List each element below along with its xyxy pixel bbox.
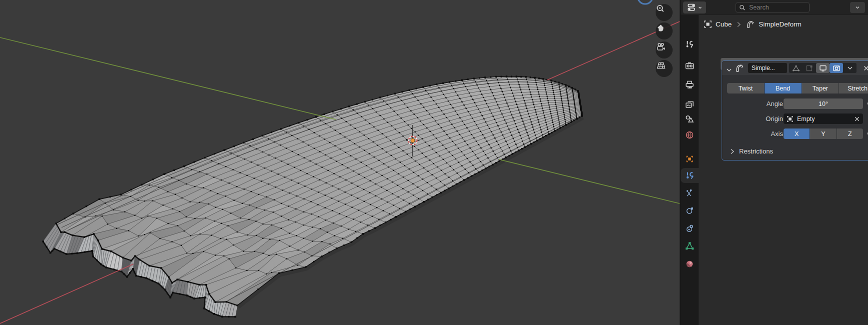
tab-object-data[interactable] [681, 238, 699, 254]
properties-tab-column [681, 15, 699, 325]
search-icon [739, 4, 746, 11]
tab-modifiers[interactable] [681, 168, 699, 183]
pan-button[interactable] [656, 22, 673, 40]
properties-content: Cube SimpleDeform [699, 15, 868, 325]
material-icon [685, 259, 695, 269]
deform-mode-segmented: Twist Bend Taper Stretch [727, 83, 868, 94]
angle-label: Angle [727, 98, 783, 109]
axis-y-button[interactable]: Y [810, 128, 836, 139]
modifiers-icon [685, 170, 695, 180]
origin-label: Origin [727, 114, 783, 124]
magnifier-plus-icon [656, 4, 666, 14]
show-in-viewport-toggle[interactable] [816, 63, 830, 73]
tab-render[interactable] [681, 58, 699, 74]
blender-window: Cube SimpleDeform [0, 0, 868, 325]
vertex-triangle-icon [792, 64, 800, 72]
expand-chevron-icon[interactable] [726, 66, 732, 74]
object-icon [704, 20, 712, 28]
angle-row: Angle 10° [722, 98, 868, 109]
object-origin-dot[interactable] [411, 138, 415, 142]
header-options-button[interactable] [850, 2, 865, 13]
edit-mode-toggle[interactable] [789, 63, 803, 73]
breadcrumb-modifier[interactable]: SimpleDeform [759, 20, 802, 28]
particles-icon [685, 188, 695, 198]
movie-camera-icon [656, 42, 667, 52]
tab-constraints[interactable] [681, 221, 699, 236]
search-field[interactable] [736, 2, 810, 13]
show-in-render-toggle[interactable] [830, 63, 843, 73]
perspective-grid-icon [656, 60, 667, 71]
modifier-icon [735, 64, 745, 74]
tab-view-layer[interactable] [681, 97, 699, 112]
modifier-extras-dropdown[interactable] [843, 63, 857, 73]
cage-icon [806, 64, 813, 72]
chevron-right-icon [730, 148, 735, 154]
breadcrumb-separator-icon [737, 22, 741, 28]
remove-modifier-button[interactable] [861, 63, 868, 73]
tab-scene[interactable] [681, 112, 699, 126]
world-icon [685, 130, 695, 140]
tool-icon [685, 40, 695, 50]
origin-object-name: Empty [797, 116, 815, 122]
simpledeform-modifier-panel: Simple... [722, 60, 868, 160]
properties-editor-icon [687, 3, 697, 12]
viewport-scene [0, 0, 680, 325]
hand-icon [656, 22, 666, 32]
tab-material[interactable] [681, 256, 699, 272]
chevron-down-icon [698, 6, 702, 10]
physics-icon [685, 206, 695, 216]
mode-bend-button[interactable]: Bend [765, 83, 802, 94]
origin-object-field[interactable]: Empty [784, 114, 863, 124]
tab-output[interactable] [681, 77, 699, 92]
viewport-3d[interactable] [0, 0, 680, 325]
toggle-projection-button[interactable] [656, 60, 673, 77]
axis-z-button[interactable]: Z [837, 128, 863, 139]
close-icon [863, 65, 868, 72]
restrictions-label: Restrictions [739, 148, 773, 155]
editor-type-button[interactable] [683, 2, 706, 14]
monitor-icon [819, 64, 827, 72]
properties-editor: Cube SimpleDeform [681, 0, 868, 325]
render-icon [685, 61, 695, 71]
angle-value-slider[interactable]: 10° [784, 98, 863, 109]
search-input[interactable] [748, 4, 798, 12]
tab-particles[interactable] [681, 186, 699, 200]
breadcrumb-object[interactable]: Cube [716, 20, 732, 28]
clear-origin-button[interactable] [854, 116, 860, 122]
on-cage-toggle[interactable] [803, 63, 816, 73]
modifier-icon [746, 20, 755, 28]
camera-view-button[interactable] [656, 42, 673, 58]
view-layer-icon [685, 100, 695, 110]
constraints-icon [685, 224, 695, 234]
empty-object-icon [787, 116, 794, 122]
mode-taper-button[interactable]: Taper [802, 83, 839, 94]
mode-twist-button[interactable]: Twist [727, 83, 764, 94]
axis-row: Axis X Y Z [722, 128, 868, 139]
properties-header [681, 0, 868, 15]
axis-x-button[interactable]: X [784, 128, 810, 139]
tab-tool[interactable] [681, 37, 699, 52]
modifier-panel-header[interactable]: Simple... [722, 61, 868, 75]
tab-world[interactable] [681, 128, 699, 142]
chevron-down-icon [855, 6, 860, 10]
modifier-name-field[interactable]: Simple... [748, 63, 787, 73]
mode-stretch-button[interactable]: Stretch [839, 83, 868, 94]
modifier-display-toggles [789, 63, 857, 73]
chevron-down-icon [847, 66, 853, 70]
close-icon [854, 116, 860, 122]
tab-physics[interactable] [681, 203, 699, 218]
render-camera-icon [833, 64, 841, 72]
object-icon [685, 154, 695, 164]
output-icon [685, 80, 695, 90]
origin-row: Origin Empty [722, 114, 868, 124]
restrictions-subpanel-header[interactable]: Restrictions [730, 148, 773, 155]
zoom-button[interactable] [656, 4, 673, 21]
axis-label: Axis [727, 128, 783, 139]
tab-object[interactable] [681, 152, 699, 166]
axis-segmented: X Y Z [784, 128, 863, 139]
object-data-icon [685, 241, 695, 251]
scene-icon [685, 114, 695, 124]
breadcrumb: Cube SimpleDeform [704, 20, 802, 28]
